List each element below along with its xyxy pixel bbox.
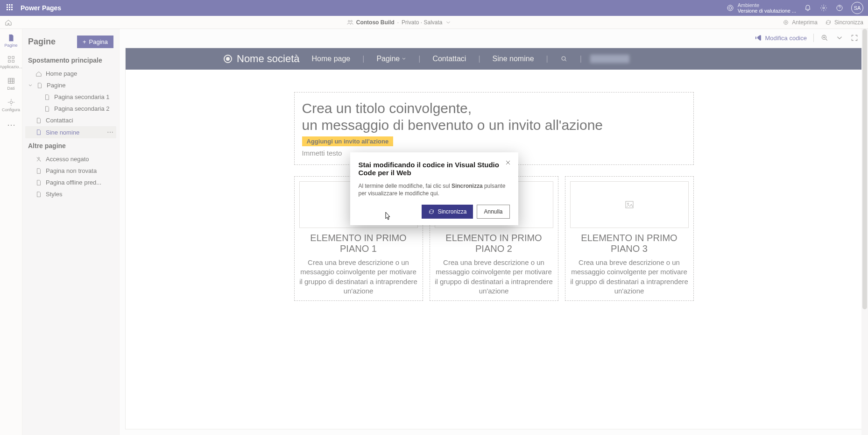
modal-body: Al termine delle modifiche, fai clic sul…	[359, 182, 510, 197]
sync-modal: Stai modificando il codice in Visual Stu…	[350, 152, 518, 225]
modal-sync-label: Sincronizza	[438, 208, 466, 215]
modal-body-pre: Al termine delle modifiche, fai clic sul	[359, 183, 452, 189]
sync-icon	[428, 208, 435, 215]
modal-cancel-button[interactable]: Annulla	[477, 205, 509, 219]
modal-close-button[interactable]	[503, 158, 513, 167]
modal-sync-button[interactable]: Sincronizza	[422, 205, 473, 219]
modal-body-bold: Sincronizza	[452, 183, 483, 189]
close-icon	[505, 160, 511, 165]
modal-title: Stai modificando il codice in Visual Stu…	[359, 161, 510, 177]
